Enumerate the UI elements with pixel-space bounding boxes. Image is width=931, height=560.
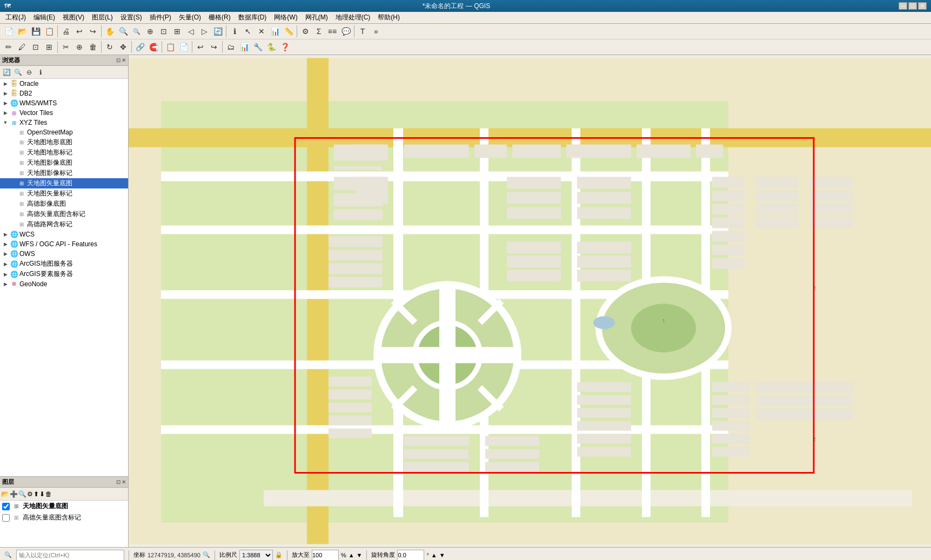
tree-item-geonode[interactable]: ▶ ❄ GeoNode (0, 279, 128, 289)
layers-filter2-button[interactable]: ⚙ (27, 490, 33, 498)
browser-collapse-button[interactable]: ⊖ (24, 67, 35, 78)
zoom-next-button[interactable]: ▷ (198, 25, 211, 38)
refresh-button[interactable]: 🔄 (211, 25, 224, 38)
zoom-down-icon[interactable]: ▼ (357, 552, 363, 558)
layers-float-button[interactable]: ⊡ (116, 479, 120, 485)
deselect-button[interactable]: ✕ (255, 25, 268, 38)
menu-web[interactable]: 网络(W) (271, 12, 300, 23)
menu-plugin[interactable]: 插件(P) (146, 12, 175, 23)
layer-1-checkbox[interactable] (2, 503, 10, 510)
reshape-button[interactable]: ⊞ (43, 41, 56, 53)
open-table-button[interactable]: 📊 (269, 25, 282, 38)
menu-help[interactable]: 帮助(H) (374, 12, 403, 23)
map-canvas[interactable]: ↑ ↑ ↑ (129, 55, 931, 547)
paste-button[interactable]: 📋 (164, 41, 177, 53)
merge-button[interactable]: ⊕ (73, 41, 86, 53)
menu-layer[interactable]: 图层(L) (89, 12, 116, 23)
text-button[interactable]: T (356, 25, 369, 38)
save-project-button[interactable]: 💾 (29, 25, 42, 38)
adv1-button[interactable]: 🗂 (224, 41, 237, 53)
digitize-button[interactable]: ✏ (2, 41, 15, 53)
redo-button[interactable]: ↪ (86, 25, 99, 38)
browser-filter-button[interactable]: 🔍 (12, 67, 23, 78)
tree-item-arcgis-feature[interactable]: ▶ 🌐 ArcGIS要素服务器 (0, 269, 128, 279)
menu-vector[interactable]: 矢量(O) (176, 12, 204, 23)
node-button[interactable]: ⊡ (29, 41, 42, 53)
layer-item-2[interactable]: ⊞ 高德矢量底图含标记 (0, 512, 128, 523)
chat-button[interactable]: 💬 (339, 25, 352, 38)
tree-item-oracle[interactable]: ▶ 🗄 Oracle (0, 79, 128, 89)
browser-tree[interactable]: ▶ 🗄 Oracle ▶ 🗄 DB2 ▶ 🌐 WMS/WMTS (0, 79, 128, 476)
rotation-up-icon[interactable]: ▲ (431, 552, 437, 558)
layers-move-up-button[interactable]: ⬆ (34, 490, 39, 498)
print-button[interactable]: 🖨 (59, 25, 72, 38)
select-button[interactable]: ↖ (242, 25, 254, 38)
tree-item-xyz[interactable]: ▼ ⊞ XYZ Tiles (0, 118, 128, 127)
zoom-full-button[interactable]: ⊕ (144, 25, 157, 38)
browser-refresh-button[interactable]: 🔄 (1, 67, 12, 78)
minimize-button[interactable]: — (899, 2, 907, 10)
tree-item-gaode-image[interactable]: ⊞ 高德影像底图 (0, 199, 128, 209)
move-button[interactable]: ✥ (117, 41, 130, 53)
menu-geoprocessing[interactable]: 地理处理(C) (332, 12, 374, 23)
stats-button[interactable]: Σ (312, 25, 325, 38)
tree-item-vector-tiles[interactable]: ▶ ⊞ Vector Tiles (0, 108, 128, 118)
undo2-button[interactable]: ↩ (194, 41, 207, 53)
measure-button[interactable]: 📏 (282, 25, 295, 38)
layers-remove-button[interactable]: 🗑 (45, 490, 52, 498)
tree-item-wfs[interactable]: ▶ 🌐 WFS / OGC API - Features (0, 239, 128, 249)
tree-item-tdt-vector-label[interactable]: ⊞ 天地图矢量标记 (0, 188, 128, 199)
tree-item-wms[interactable]: ▶ 🌐 WMS/WMTS (0, 98, 128, 108)
zoom-prev-button[interactable]: ◁ (184, 25, 197, 38)
tree-item-gaode-road[interactable]: ⊞ 高德路网含标记 (0, 219, 128, 230)
tree-item-wcs[interactable]: ▶ 🌐 WCS (0, 230, 128, 239)
delete-button[interactable]: 🗑 (86, 41, 99, 53)
tree-item-tdt-vector[interactable]: ⊞ 天地图矢量底图 (0, 178, 128, 188)
layers-close-button[interactable]: ✕ (122, 479, 126, 485)
zoom-in-button[interactable]: 🔍 (117, 25, 130, 38)
settings-button[interactable]: ⚙ (299, 25, 312, 38)
layers-filter-button[interactable]: 🔍 (18, 490, 26, 498)
layers-open-button[interactable]: 📂 (1, 490, 9, 498)
tree-item-ows[interactable]: ▶ 🌐 OWS (0, 249, 128, 259)
rotate-button[interactable]: ↻ (103, 41, 116, 53)
browser-float-button[interactable]: ⊡ (116, 57, 120, 63)
layers-add-button[interactable]: ➕ (10, 490, 18, 498)
layer-2-checkbox[interactable] (2, 514, 10, 522)
menu-mesh[interactable]: 网孔(M) (302, 12, 331, 23)
edit-button[interactable]: 🖊 (16, 41, 29, 53)
adv2-button[interactable]: 📊 (238, 41, 251, 53)
location-search-input[interactable] (16, 550, 124, 561)
tree-item-tdt-terrain-label[interactable]: ⊞ 天地图地形标记 (0, 147, 128, 158)
tree-item-gaode-vector[interactable]: ⊞ 高德矢量底图含标记 (0, 209, 128, 219)
zoom-up-icon[interactable]: ▲ (349, 552, 354, 558)
layer-item-1[interactable]: ⊞ 天地图矢量底图 (0, 501, 128, 512)
snap-button[interactable]: 🔗 (133, 41, 146, 53)
adv5-button[interactable]: ❓ (278, 41, 291, 53)
copy-button[interactable]: 📄 (177, 41, 190, 53)
rotation-input[interactable] (397, 550, 424, 561)
browser-close-button[interactable]: ✕ (122, 57, 126, 63)
scale-select[interactable]: 1:3888 1:1000 1:5000 1:10000 (239, 550, 273, 561)
menu-view[interactable]: 视图(V) (59, 12, 88, 23)
identify-button[interactable]: ℹ (228, 25, 241, 38)
save-as-button[interactable]: 📋 (43, 25, 56, 38)
magnet-button[interactable]: 🧲 (147, 41, 160, 53)
undo-button[interactable]: ↩ (73, 25, 86, 38)
zoom-selection-button[interactable]: ⊞ (171, 25, 184, 38)
layers-move-down-button[interactable]: ⬇ (39, 490, 45, 498)
open-project-button[interactable]: 📂 (16, 25, 29, 38)
adv4-button[interactable]: 🐍 (265, 41, 278, 53)
browser-info-button[interactable]: ℹ (35, 67, 46, 78)
zoom-input[interactable] (312, 550, 339, 561)
menu-settings[interactable]: 设置(S) (117, 12, 145, 23)
tree-item-tdt-terrain[interactable]: ⊞ 天地图地形底图 (0, 137, 128, 147)
split-button[interactable]: ✂ (59, 41, 72, 53)
calc-button[interactable]: ≡≡ (326, 25, 339, 38)
close-button[interactable]: ✕ (918, 2, 927, 10)
adv3-button[interactable]: 🔧 (251, 41, 264, 53)
more-button[interactable]: » (370, 25, 383, 38)
menu-raster[interactable]: 栅格(R) (205, 12, 234, 23)
redo2-button[interactable]: ↪ (207, 41, 220, 53)
new-project-button[interactable]: 📄 (2, 25, 15, 38)
